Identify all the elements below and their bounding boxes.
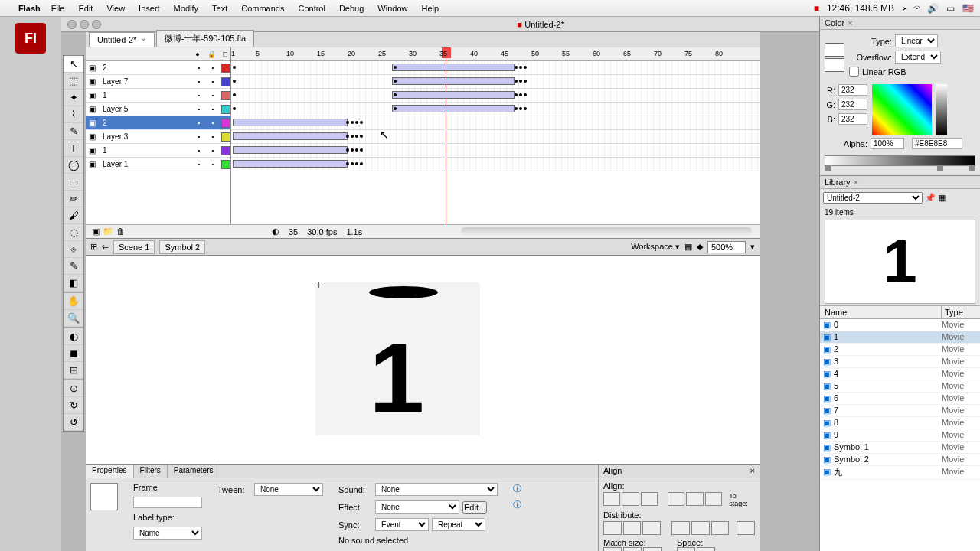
ink-bottle-tool[interactable]: ◌ (64, 224, 83, 241)
align-left-button[interactable] (603, 492, 620, 506)
col-type[interactable]: Type (942, 306, 980, 318)
battery-icon[interactable]: ▭ (946, 3, 955, 14)
edit-effect-button[interactable]: Edit... (462, 501, 487, 514)
layer-color-swatch[interactable] (221, 160, 230, 169)
doc-tab[interactable]: 微博-十年-590-105.fla (156, 30, 254, 47)
layer-name[interactable]: Layer 3 (103, 132, 191, 141)
align-right-button[interactable] (641, 492, 658, 506)
gradient-stop[interactable] (937, 165, 943, 171)
timeline-layer[interactable]: ▣2•• (86, 116, 230, 130)
timeline-scrollbar[interactable] (461, 227, 752, 236)
layer-color-swatch[interactable] (221, 77, 230, 86)
close-panel-icon[interactable]: × (750, 466, 755, 475)
alpha-input[interactable] (871, 138, 904, 149)
to-stage-button[interactable] (737, 521, 755, 535)
align-hcenter-button[interactable] (622, 492, 639, 506)
snap-tool[interactable]: ⊙ (64, 380, 83, 397)
layer-color-swatch[interactable] (221, 105, 230, 114)
layer-name[interactable]: 1 (103, 91, 191, 99)
labeltype-select[interactable]: Name (133, 527, 202, 540)
help-icon[interactable]: ⓘ (513, 483, 521, 494)
visibility-dot[interactable]: • (194, 78, 204, 85)
dist-top-button[interactable] (603, 521, 622, 535)
tween-select[interactable]: None (254, 483, 323, 496)
lock-dot[interactable]: • (207, 161, 218, 168)
wifi-icon[interactable]: ⌔ (914, 3, 920, 14)
library-item[interactable]: ▣Symbol 2Movie (820, 454, 980, 466)
zoom-input[interactable] (707, 241, 746, 253)
pen-tool[interactable]: ✎ (64, 123, 83, 140)
brightness-slider[interactable] (936, 84, 947, 135)
menu-window[interactable]: Window (377, 4, 407, 13)
frame-name-input[interactable] (133, 497, 202, 508)
doc-tab[interactable]: Untitled-2*× (89, 32, 155, 47)
dist-left-button[interactable] (671, 521, 690, 535)
color-picker[interactable] (872, 84, 932, 135)
lock-column-icon[interactable]: 🔒 (207, 51, 216, 58)
layer-name[interactable]: 2 (103, 119, 191, 127)
menu-help[interactable]: Help (421, 4, 439, 13)
library-item[interactable]: ▣3Movie (820, 356, 980, 368)
library-item[interactable]: ▣Symbol 1Movie (820, 442, 980, 454)
lock-dot[interactable]: • (207, 78, 218, 85)
dist-bottom-button[interactable] (642, 521, 661, 535)
close-panel-icon[interactable]: × (854, 178, 858, 187)
lock-dot[interactable]: • (207, 133, 218, 140)
gradient-stop[interactable] (825, 165, 831, 171)
text-tool[interactable]: T (64, 140, 83, 157)
volume-icon[interactable]: 🔊 (927, 3, 939, 14)
library-item[interactable]: ▣4Movie (820, 368, 980, 380)
stroke-color-swatch[interactable]: ◐ (64, 328, 83, 345)
library-item[interactable]: ▣7Movie (820, 405, 980, 417)
close-window-icon[interactable] (67, 20, 77, 29)
flash-app-icon[interactable]: Fl (15, 23, 46, 54)
new-library-icon[interactable]: ▦ (938, 193, 946, 202)
onion-skin-icon[interactable]: ◐ (272, 227, 279, 236)
layer-color-swatch[interactable] (221, 146, 230, 155)
selection-tool[interactable]: ↖ (64, 56, 83, 73)
layer-color-swatch[interactable] (221, 119, 230, 128)
frame-row[interactable] (231, 75, 760, 89)
stage-icon[interactable]: ▦ (684, 242, 692, 252)
hand-tool[interactable]: ✋ (64, 293, 83, 310)
layer-color-swatch[interactable] (221, 91, 230, 100)
visibility-column-icon[interactable]: ● (195, 51, 199, 58)
close-panel-icon[interactable]: × (848, 18, 852, 28)
lock-dot[interactable]: • (207, 147, 218, 154)
library-item[interactable]: ▣九Movie (820, 466, 980, 480)
pencil-tool[interactable]: ✏ (64, 191, 83, 207)
layer-name[interactable]: 1 (103, 146, 191, 155)
frame-row[interactable] (231, 89, 760, 103)
tab-properties[interactable]: Properties (86, 465, 134, 478)
stage[interactable]: + 1 (86, 256, 760, 478)
zoom-window-icon[interactable] (92, 20, 101, 29)
frame-row[interactable] (231, 144, 760, 158)
breadcrumb-scene[interactable]: Scene 1 (113, 240, 155, 254)
layer-name[interactable]: Layer 1 (103, 160, 191, 168)
r-input[interactable] (838, 84, 867, 96)
symbol-icon[interactable]: ◆ (697, 242, 703, 252)
menu-modify[interactable]: Modify (174, 4, 198, 13)
color-type-select[interactable]: Linear (895, 34, 938, 47)
linear-rgb-checkbox[interactable] (849, 67, 859, 77)
visibility-dot[interactable]: • (194, 161, 204, 168)
visibility-dot[interactable]: • (194, 119, 204, 126)
repeat-select[interactable]: Repeat (432, 518, 485, 531)
layer-color-swatch[interactable] (221, 132, 230, 142)
menu-control[interactable]: Control (298, 4, 325, 13)
timeline-layer[interactable]: ▣1•• (86, 144, 230, 158)
hex-input[interactable] (912, 138, 962, 149)
library-item[interactable]: ▣5Movie (820, 380, 980, 393)
workspace-menu[interactable]: Workspace ▾ (631, 242, 680, 252)
align-bottom-button[interactable] (705, 492, 722, 506)
frame-row[interactable] (231, 116, 760, 130)
lasso-tool[interactable]: ⌇ (64, 106, 83, 123)
layer-name[interactable]: Layer 7 (103, 77, 191, 86)
flag-icon[interactable]: 🇺🇸 (962, 3, 974, 14)
layer-name[interactable]: 2 (103, 64, 191, 72)
frame-row[interactable] (231, 158, 760, 171)
timeline-layer[interactable]: ▣Layer 7•• (86, 75, 230, 89)
b-input[interactable] (838, 113, 867, 125)
overflow-select[interactable]: Extend (895, 51, 941, 64)
tab-parameters[interactable]: Parameters (168, 465, 220, 478)
